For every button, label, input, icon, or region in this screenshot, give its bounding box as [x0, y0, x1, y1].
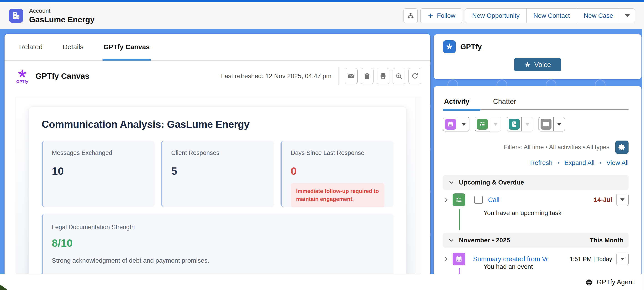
zoom-button[interactable]	[392, 68, 405, 84]
chevron-down-icon	[620, 258, 624, 260]
section-upcoming-overdue[interactable]: Upcoming & Overdue	[443, 175, 628, 190]
new-task-dropdown[interactable]	[490, 117, 501, 131]
tab-activity[interactable]: Activity	[443, 94, 470, 109]
activity-settings-button[interactable]	[615, 140, 628, 154]
task-title-link[interactable]: Call	[488, 196, 500, 204]
workspace-background: Related Details GPTfy Canvas GPTfy GPTfy…	[0, 29, 644, 274]
new-task-button[interactable]	[475, 117, 490, 131]
clipboard-icon	[364, 72, 371, 80]
quick-action-buttons	[443, 117, 565, 131]
building-icon	[12, 11, 21, 20]
task-icon	[452, 193, 465, 206]
printer-icon	[380, 72, 387, 80]
new-opportunity-button[interactable]: New Opportunity	[465, 9, 527, 23]
tab-gptfy-canvas[interactable]: GPTfy Canvas	[94, 34, 160, 60]
agent-label: GPTfy Agent	[597, 278, 634, 286]
event-icon	[452, 253, 465, 265]
gptfy-pinwheel-icon	[17, 68, 28, 79]
hierarchy-icon	[407, 12, 414, 20]
view-hierarchy-button[interactable]	[404, 9, 418, 23]
expand-all-link[interactable]: Expand All	[564, 159, 594, 167]
task-due-date: 14-Jul	[594, 196, 612, 203]
new-contact-button[interactable]: New Contact	[526, 9, 577, 23]
tab-related[interactable]: Related	[9, 34, 52, 60]
record-tabset: Related Details GPTfy Canvas	[4, 34, 430, 61]
this-month-badge: This Month	[590, 237, 624, 244]
communication-analysis-card: Communication Analysis: GasLume Energy M…	[29, 106, 406, 274]
more-actions-button[interactable]	[620, 9, 635, 23]
gptfy-agent-launcher[interactable]: GPTfy Agent	[585, 278, 634, 286]
email-button[interactable]	[345, 68, 358, 84]
copy-to-clipboard-button[interactable]	[361, 68, 374, 84]
event-subtitle: You had an event	[484, 263, 533, 270]
task-timeline-line	[459, 209, 460, 230]
follow-button[interactable]: Follow	[420, 9, 462, 23]
record-main-card: Related Details GPTfy Canvas GPTfy GPTfy…	[4, 34, 430, 274]
send-email-split-button	[538, 117, 565, 131]
send-email-dropdown[interactable]	[554, 117, 565, 131]
chevron-down-icon	[525, 123, 530, 126]
new-event-split-button	[443, 117, 470, 131]
log-call-dropdown[interactable]	[522, 117, 533, 131]
refresh-icon	[411, 72, 418, 80]
metrics-row: Messages Exchanged 10 Client Responses 5…	[42, 141, 394, 207]
tab-chatter[interactable]: Chatter	[492, 94, 517, 109]
followup-alert: Immediate follow-up required to maintain…	[291, 183, 384, 207]
tab-details[interactable]: Details	[52, 34, 94, 60]
event-row-summary: Summary created from Voice... 1:51 PM | …	[443, 252, 628, 266]
voice-label: Voice	[534, 61, 551, 69]
record-header: Account GasLume Energy Follow New Opport…	[0, 2, 644, 29]
chevron-down-icon	[462, 123, 466, 126]
task-icon	[477, 119, 488, 130]
canvas-scrollbar[interactable]	[415, 97, 421, 274]
task-actions-menu-button[interactable]	[616, 194, 628, 206]
record-name: GasLume Energy	[29, 15, 94, 24]
gear-icon	[618, 143, 626, 151]
event-title-link[interactable]: Summary created from Voice...	[473, 255, 548, 263]
print-button[interactable]	[377, 68, 390, 84]
gptfy-logo: GPTfy	[14, 68, 31, 84]
canvas-toolbar	[345, 68, 421, 84]
window-scrollbar[interactable]	[642, 29, 644, 290]
canvas-title: GPTfy Canvas	[36, 72, 89, 81]
email-icon	[540, 119, 552, 130]
report-title: Communication Analysis: GasLume Energy	[42, 118, 394, 130]
filters-summary: Filters: All time • All activities • All…	[504, 144, 610, 151]
chevron-right-icon[interactable]	[443, 256, 450, 262]
event-icon	[445, 119, 456, 130]
gptfy-app-icon	[443, 40, 456, 53]
chevron-down-icon	[493, 123, 498, 126]
follow-label: Follow	[437, 12, 455, 19]
section-november-2025[interactable]: November • 2025 This Month	[443, 233, 628, 248]
chevron-right-icon[interactable]	[443, 197, 450, 203]
view-all-link[interactable]: View All	[606, 159, 628, 167]
new-event-button[interactable]	[443, 117, 458, 131]
voice-button[interactable]: Voice	[514, 58, 561, 71]
log-call-split-button	[507, 117, 533, 131]
chevron-down-icon	[620, 198, 624, 201]
event-actions-menu-button[interactable]	[616, 253, 628, 265]
separator-dot: •	[558, 160, 559, 166]
vertical-divider	[338, 67, 338, 85]
record-type-label: Account	[29, 7, 94, 14]
refresh-canvas-button[interactable]	[408, 68, 421, 84]
gptfy-voice-card: GPTfy Voice	[434, 34, 642, 79]
task-checkbox[interactable]	[474, 196, 482, 204]
record-actions: Follow New Opportunity New Contact New C…	[404, 9, 635, 23]
refresh-link[interactable]: Refresh	[530, 159, 552, 167]
log-call-button[interactable]	[507, 117, 522, 131]
metric-legal-strength: Legal Documentation Strength 8/10 Strong…	[42, 214, 394, 274]
new-case-button[interactable]: New Case	[577, 9, 620, 23]
canvas-header: GPTfy GPTfy Canvas Last refreshed: 12 No…	[4, 61, 430, 91]
send-email-button[interactable]	[538, 117, 554, 131]
account-object-icon	[9, 9, 23, 23]
metric-messages-exchanged: Messages Exchanged 10	[42, 141, 154, 207]
new-task-split-button	[475, 117, 501, 131]
salesforce-account-page: Account GasLume Energy Follow New Opport…	[0, 0, 644, 290]
magnifier-plus-icon	[395, 72, 402, 80]
envelope-icon	[348, 72, 355, 80]
robot-icon	[585, 278, 593, 286]
chevron-down-icon	[448, 179, 454, 186]
new-event-dropdown[interactable]	[458, 117, 470, 131]
gptfy-pinwheel-icon	[524, 61, 531, 68]
